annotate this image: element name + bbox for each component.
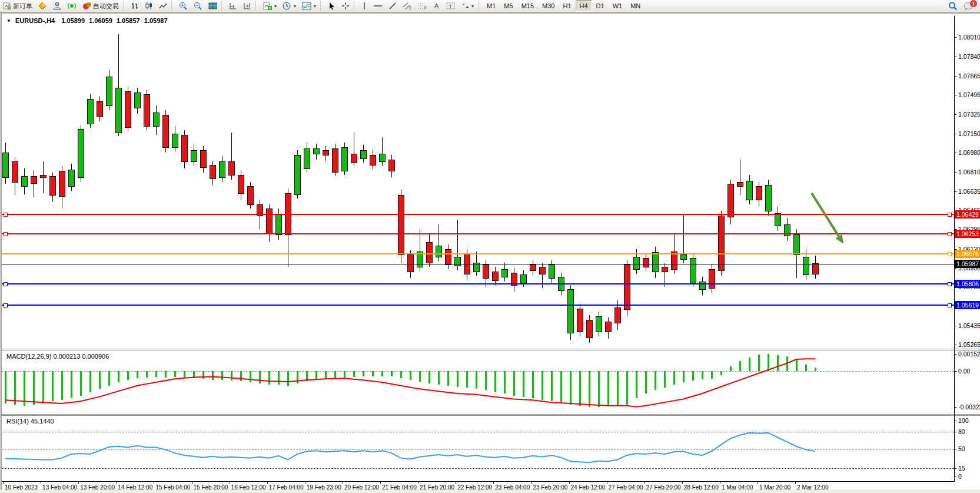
macd-axis-tick (954, 371, 956, 372)
candle-body (106, 77, 112, 106)
zoom-in-button[interactable] (176, 0, 191, 12)
chart-canvas[interactable]: 1.080101.078401.076651.074951.073251.071… (2, 14, 980, 491)
candle-body (539, 267, 546, 274)
candle-body (775, 213, 781, 226)
autotrading-button[interactable]: 自动交易 (79, 0, 122, 12)
new-chart-button[interactable]: ▾ (260, 0, 280, 12)
hline-handle[interactable] (948, 252, 952, 256)
periods-button[interactable]: ▾ (280, 0, 299, 12)
hline-handle[interactable] (4, 213, 8, 217)
price-hline[interactable] (2, 305, 954, 306)
time-axis-label: 16 Feb 12:00 (231, 484, 266, 491)
candle-body (144, 94, 150, 126)
macd-signal-line (5, 359, 815, 407)
hline-handle[interactable] (948, 232, 952, 236)
macd-bar (560, 371, 562, 402)
hline-handle[interactable] (948, 282, 952, 286)
depth-of-market-button[interactable] (35, 0, 50, 12)
candle-body (191, 150, 197, 162)
crosshair-button[interactable] (338, 0, 353, 12)
macd-bar (42, 371, 44, 403)
candle-body (624, 264, 630, 310)
profile-button[interactable] (50, 0, 65, 12)
time-axis-label: 13 Feb 20:00 (80, 484, 115, 491)
candlestick-chart-button[interactable] (142, 0, 156, 12)
line-chart-button[interactable] (156, 0, 170, 12)
rsi-axis-label: 50 (958, 445, 965, 452)
candle-body (68, 170, 75, 187)
timeframe-m15-button[interactable]: M15 (517, 0, 538, 12)
timeframe-d1-button[interactable]: D1 (592, 0, 609, 12)
arrow-annotation-head (836, 234, 843, 244)
hline-handle[interactable] (4, 282, 8, 286)
timeframe-h1-button[interactable]: H1 (559, 0, 575, 12)
time-axis-tick (493, 482, 494, 484)
timeframe-m30-button[interactable]: M30 (538, 0, 559, 12)
candle-body (652, 252, 659, 272)
macd-bar (287, 371, 289, 386)
auto-scroll-button[interactable] (226, 0, 240, 12)
hline-handle[interactable] (948, 303, 952, 307)
hline-handle[interactable] (948, 213, 952, 217)
vertical-line-button[interactable] (358, 0, 370, 12)
search-button[interactable] (945, 0, 961, 12)
signals-button[interactable] (65, 0, 79, 12)
time-axis-label: 23 Feb 20:00 (533, 484, 567, 491)
rsi-level-line (2, 468, 954, 469)
zoom-in-icon (179, 2, 188, 10)
bar-chart-button[interactable] (128, 0, 142, 12)
hline-handle[interactable] (4, 232, 8, 236)
price-badge: 1.06253 (955, 230, 980, 238)
rsi-axis-label: 15 (958, 465, 965, 472)
text-label-button[interactable]: T (443, 0, 458, 12)
chart-shift-button[interactable] (240, 0, 254, 12)
toolbar-separator (478, 1, 481, 11)
trendline-button[interactable] (386, 0, 400, 12)
macd-bar (202, 371, 204, 379)
candle-body (115, 88, 122, 133)
candle-body (680, 254, 687, 260)
macd-bar (5, 371, 6, 403)
candle-body (812, 263, 819, 274)
time-axis-label: 21 Feb 04:00 (382, 484, 417, 491)
price-axis-tick (954, 76, 956, 77)
price-hline[interactable] (2, 283, 954, 284)
candle-body (501, 269, 508, 277)
macd-bar (391, 371, 393, 376)
timeframe-h4-button[interactable]: H4 (576, 0, 592, 12)
timeframe-m5-button[interactable]: M5 (500, 0, 517, 12)
arrows-button[interactable]: ▾ (458, 0, 477, 12)
price-hline[interactable] (2, 214, 954, 215)
macd-bar (184, 371, 185, 378)
chat-button[interactable]: 1 (961, 0, 976, 12)
equidistant-channel-button[interactable]: E (400, 0, 415, 12)
time-axis-label: 23 Feb 04:00 (495, 484, 530, 491)
templates-button[interactable]: ▾ (299, 0, 319, 12)
price-hline[interactable] (2, 253, 954, 254)
timeframe-w1-button[interactable]: W1 (609, 0, 627, 12)
timeframe-mn-button[interactable]: MN (626, 0, 645, 12)
candle-body (238, 175, 244, 193)
candle-body (643, 258, 649, 267)
time-axis-tick (795, 482, 796, 484)
pane-splitter[interactable] (2, 414, 980, 415)
hline-handle[interactable] (4, 303, 8, 307)
text-button[interactable]: A (430, 0, 443, 12)
time-axis-label: 10 Feb 2023 (5, 484, 38, 491)
zoom-out-button[interactable] (191, 0, 205, 12)
pane-splitter[interactable] (2, 350, 980, 350)
horizontal-line-button[interactable] (370, 0, 386, 12)
candle-body (746, 181, 753, 200)
candle-body (125, 91, 131, 128)
new-order-button[interactable]: 新订单 (0, 0, 35, 12)
timeframe-m1-button[interactable]: M1 (483, 0, 500, 12)
zoom-out-icon (194, 2, 202, 10)
cursor-button[interactable] (325, 0, 338, 12)
pane-splitter[interactable] (2, 415, 980, 416)
price-hline[interactable] (2, 233, 954, 234)
tile-windows-button[interactable] (205, 0, 220, 12)
pane-splitter[interactable] (2, 349, 980, 349)
price-hline[interactable] (2, 264, 954, 264)
macd-bar (363, 371, 364, 376)
fibonacci-button[interactable]: F (415, 0, 430, 12)
